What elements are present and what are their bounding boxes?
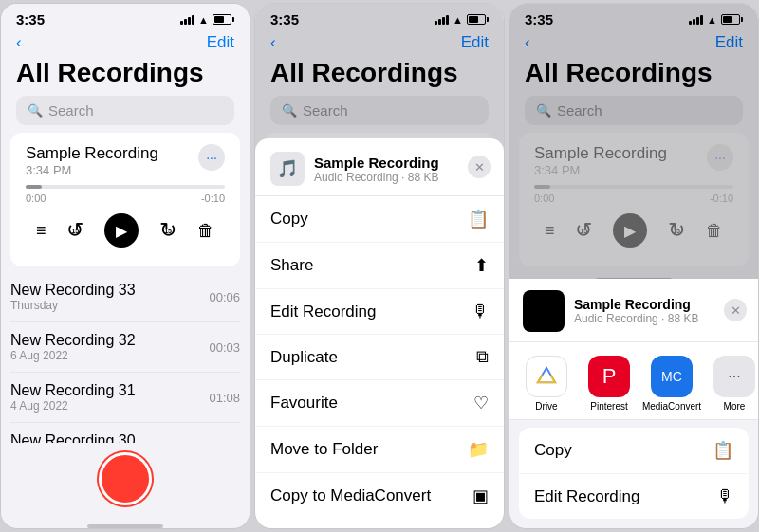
search-bar-1[interactable]: 🔍 Search <box>16 96 234 125</box>
nav-bar-1: ‹ Edit <box>1 31 250 58</box>
home-indicator-1 <box>87 524 163 528</box>
context-overlay: 🎵 Sample Recording Audio Recording · 88 … <box>255 4 504 528</box>
context-item-duplicate[interactable]: Duplicate ⧉ <box>255 335 504 380</box>
playback-controls-1: ≡ ↺15 ▶ ↻15 🗑 <box>26 204 225 255</box>
context-menu-icon: 🎵 <box>270 152 305 186</box>
search-icon-1: 🔍 <box>28 103 43 118</box>
context-item-copy-mediaconvert[interactable]: Copy to MediaConvert ▣ <box>255 473 504 519</box>
page-title-1: All Recordings <box>1 58 250 96</box>
rewind-button-1[interactable]: ↺15 <box>66 218 83 243</box>
phone-panel-2: 3:35 ▲ ‹ Edit All Recordings 🔍 Search Sa… <box>254 3 505 529</box>
share-actions: Copy 📋 Edit Recording 🎙 <box>519 428 749 519</box>
mediaconvert-label: MediaConvert <box>642 401 701 412</box>
pinterest-icon: P <box>588 356 630 397</box>
share-app-mediaconvert[interactable]: MC MediaConvert <box>648 356 695 412</box>
context-menu-title: Sample Recording <box>314 155 439 171</box>
share-overlay: Sample Recording Audio Recording · 88 KB… <box>509 4 758 528</box>
battery-icon <box>213 14 234 25</box>
expanded-rec-name-1: Sample Recording <box>26 144 158 163</box>
context-item-copy[interactable]: Copy 📋 <box>255 196 504 243</box>
more-button-1[interactable]: ··· <box>198 144 225 171</box>
record-btn-area-1 <box>1 443 250 519</box>
share-action-copy[interactable]: Copy 📋 <box>519 428 749 474</box>
context-menu: 🎵 Sample Recording Audio Recording · 88 … <box>255 138 504 528</box>
drive-icon <box>526 356 567 397</box>
share-preview-thumbnail <box>523 290 565 332</box>
expanded-rec-time-1: 3:34 PM <box>26 163 158 177</box>
share-sheet-header: Sample Recording Audio Recording · 88 KB… <box>509 279 758 342</box>
share-sheet-subtitle: Audio Recording · 88 KB <box>574 312 698 325</box>
list-item-3[interactable]: New Recording 3026 Jul 2022 00:04 <box>10 423 240 443</box>
back-button-1[interactable]: ‹ <box>16 33 22 52</box>
share-close-button[interactable]: ✕ <box>724 299 747 321</box>
share-sheet: Sample Recording Audio Recording · 88 KB… <box>509 279 758 528</box>
share-app-more[interactable]: ··· More <box>711 356 758 412</box>
mediaconvert-icon: MC <box>651 356 693 397</box>
phone-panel-1: 3:35 ▲ ‹ Edit All Recordings 🔍 Search Sa… <box>0 3 250 529</box>
status-bar-1: 3:35 ▲ <box>1 4 250 31</box>
svg-marker-0 <box>538 368 555 383</box>
search-placeholder-1: Search <box>48 102 94 119</box>
share-sheet-title: Sample Recording <box>574 297 698 312</box>
list-item-0[interactable]: New Recording 33Thursday 00:06 <box>10 272 240 322</box>
delete-button-1[interactable]: 🗑 <box>197 221 214 241</box>
list-item-1[interactable]: New Recording 326 Aug 2022 00:03 <box>10 322 240 373</box>
expanded-recording-1: Sample Recording 3:34 PM ··· 0:00 -0:10 … <box>10 133 240 266</box>
time-row-1: 0:00 -0:10 <box>26 193 225 204</box>
context-menu-subtitle: Audio Recording · 88 KB <box>314 171 439 184</box>
list-item-2[interactable]: New Recording 314 Aug 2022 01:08 <box>10 373 240 423</box>
context-item-move-folder[interactable]: Move to Folder 📁 <box>255 427 504 473</box>
forward-button-1[interactable]: ↻15 <box>159 218 176 243</box>
signal-icon <box>180 15 194 25</box>
filter-button-1[interactable]: ≡ <box>36 221 46 241</box>
share-app-pinterest[interactable]: P Pinterest <box>585 356 633 412</box>
more-label: More <box>724 401 746 412</box>
drive-label: Drive <box>535 401 557 412</box>
share-action-edit-recording[interactable]: Edit Recording 🎙 <box>519 474 749 519</box>
svg-marker-1 <box>538 368 555 383</box>
context-menu-header: 🎵 Sample Recording Audio Recording · 88 … <box>255 138 504 196</box>
recordings-list-1: New Recording 33Thursday 00:06 New Recor… <box>1 272 250 443</box>
record-button-1[interactable] <box>99 452 152 505</box>
waveform-progress-1 <box>26 185 42 189</box>
more-icon: ··· <box>713 356 755 397</box>
share-app-drive[interactable]: Drive <box>523 356 570 412</box>
context-item-share[interactable]: Share ⬆ <box>255 243 504 289</box>
context-item-favourite[interactable]: Favourite ♡ <box>255 380 504 427</box>
context-close-button[interactable]: ✕ <box>468 156 491 178</box>
edit-button-1[interactable]: Edit <box>207 33 234 52</box>
share-apps-row: Drive P Pinterest MC MediaConvert ··· Mo… <box>509 342 758 420</box>
context-item-edit[interactable]: Edit Recording 🎙 <box>255 289 504 335</box>
waveform-1 <box>26 185 225 189</box>
status-time-1: 3:35 <box>16 11 45 28</box>
status-icons-1: ▲ <box>180 14 234 26</box>
phone-panel-3: 3:35 ▲ ‹ Edit All Recordings 🔍 Search Sa… <box>509 3 759 529</box>
wifi-icon: ▲ <box>198 14 209 26</box>
play-button-1[interactable]: ▶ <box>104 213 139 248</box>
pinterest-label: Pinterest <box>590 401 627 412</box>
